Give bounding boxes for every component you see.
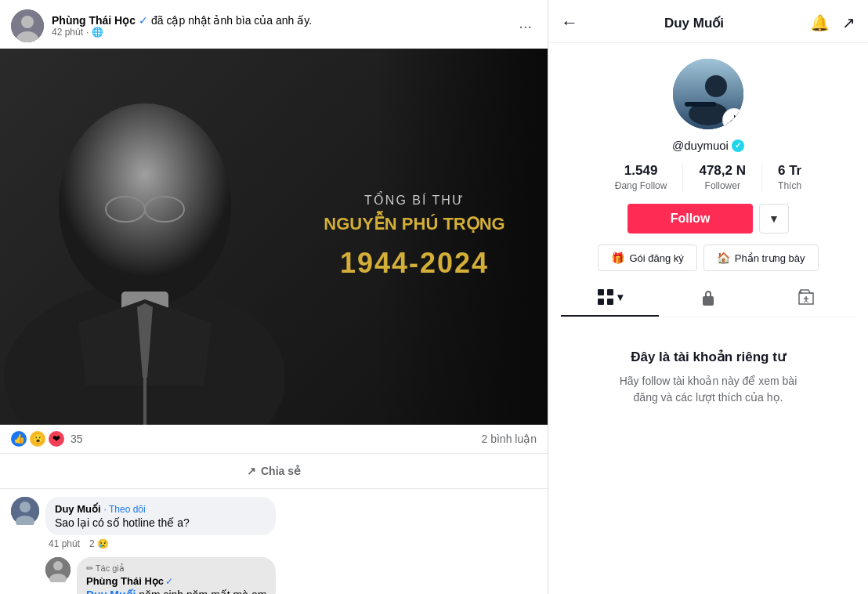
more-options-button[interactable]: ··· [514,13,537,40]
post-image-inner: TỔNG BÍ THƯ NGUYỄN PHÚ TRỌNG 1944-2024 [0,49,548,425]
svg-rect-22 [598,289,604,295]
reactions-bar: 👍 😮 ❤ 35 2 bình luận [0,425,548,454]
follower-stat[interactable]: 478,2 N Follower [683,163,762,191]
post-author-name[interactable]: Phùng Thái Học ✓ đã cập nhật ảnh bìa của… [52,14,312,27]
reply-bubble: ✏ Tác giả Phùng Thái Học ✓ Duy Muối năm … [77,557,276,594]
post-header-left: Phùng Thái Học ✓ đã cập nhật ảnh bìa của… [11,9,312,42]
reaction-count: 35 [71,433,83,445]
tab-private[interactable] [659,279,757,317]
following-stat[interactable]: 1.549 Đang Follow [599,163,684,191]
notification-bell-icon[interactable]: 🔔 [810,13,830,32]
post-header: Phùng Thái Học ✓ đã cập nhật ảnh bìa của… [0,0,548,49]
svg-point-1 [21,16,34,28]
comments-section: Duy Muối · Theo dõi Sao lại có số hotlin… [0,489,548,594]
svg-rect-24 [598,299,604,305]
image-text-overlay: TỔNG BÍ THƯ NGUYỄN PHÚ TRỌNG 1944-2024 [305,193,524,280]
verified-badge: ✓ [732,139,744,152]
post-image: TỔNG BÍ THƯ NGUYỄN PHÚ TRỌNG 1944-2024 [0,49,548,425]
reply-author-line: Phùng Thái Học ✓ [86,575,266,587]
tiktok-logo-badge [723,109,743,129]
share-button[interactable]: ↗ Chia sẻ [3,458,544,484]
share-icon[interactable]: ↗ [842,13,855,32]
reactions-left: 👍 😮 ❤ 35 [11,431,83,447]
like-reaction: 👍 [11,431,27,447]
facebook-panel: Phùng Thái Học ✓ đã cập nhật ảnh bìa của… [0,0,548,594]
comment-content: Duy Muối · Theo dõi Sao lại có số hotlin… [45,497,276,594]
tab-grid[interactable]: ▾ [561,279,659,317]
overlay-subtitle: TỔNG BÍ THƯ [305,193,524,208]
reply-tag: ✏ Tác giả [86,563,266,574]
svg-rect-25 [607,299,613,305]
svg-rect-8 [143,362,146,425]
tiktok-avatar [673,59,743,129]
gift-icon: 🎁 [611,252,624,264]
overlay-name: NGUYỄN PHÚ TRỌNG [305,214,524,234]
subscription-button[interactable]: 🎁 Gói đăng ký [598,244,696,271]
wow-reaction: 😮 [30,431,45,447]
svg-point-16 [53,561,63,570]
overlay-years: 1944-2024 [305,248,524,281]
tiktok-header: ← Duy Muối 🔔 ↗ [548,0,868,43]
tiktok-action-row: 🎁 Gói đăng ký 🏠 Phần trưng bày [561,244,855,271]
comment-meta: 41 phút 2 😢 [45,538,276,549]
tiktok-stats: 1.549 Đang Follow 478,2 N Follower 6 Tr … [561,163,855,191]
post-meta: Phùng Thái Học ✓ đã cập nhật ảnh bìa của… [52,14,312,38]
svg-point-13 [20,502,31,513]
tiktok-profile: @duymuoi ✓ 1.549 Đang Follow 478,2 N Fol… [548,43,868,447]
showcase-button[interactable]: 🏠 Phần trưng bày [703,244,819,271]
follow-button[interactable]: Follow [627,204,753,234]
private-account-title: Đây là tài khoản riêng tư [631,349,786,365]
likes-stat[interactable]: 6 Tr Thích [762,163,817,191]
post-time: 42 phút · 🌐 [52,27,312,38]
tab-liked[interactable] [758,279,855,317]
comment-bubble: Duy Muối · Theo dõi Sao lại có số hotlin… [45,497,276,535]
comment-count[interactable]: 2 bình luận [482,433,537,445]
tiktok-panel: ← Duy Muối 🔔 ↗ [548,0,868,594]
comment-text: Sao lại có số hotline thế a? [55,516,266,529]
comment-header: Duy Muối · Theo dõi [55,503,266,515]
figure-area [0,49,284,425]
showcase-icon: 🏠 [717,252,730,264]
svg-rect-21 [685,102,716,107]
tiktok-tab-row: ▾ [561,279,855,317]
comment-item: Duy Muối · Theo dõi Sao lại có số hotlin… [11,497,537,594]
svg-point-4 [59,103,231,307]
tiktok-header-icons: 🔔 ↗ [810,13,855,32]
tiktok-username: @duymuoi ✓ [672,139,744,152]
reply-text: Duy Muối năm sinh năm mất mà em [86,589,266,594]
back-button[interactable]: ← [561,13,578,33]
post-author-avatar [11,9,44,42]
private-account-desc: Hãy follow tài khoản này để xem bài đăng… [606,373,810,406]
follow-button-row: Follow ▼ [561,204,855,234]
tiktok-profile-title: Duy Muối [664,15,724,31]
svg-rect-23 [607,289,613,295]
svg-rect-26 [703,296,714,306]
reply-avatar [45,557,71,582]
action-buttons-row: ↗ Chia sẻ [0,454,548,489]
reply-content: ✏ Tác giả Phùng Thái Học ✓ Duy Muối năm … [77,557,276,594]
private-account-notice: Đây là tài khoản riêng tư Hãy follow tài… [583,317,834,437]
love-reaction: ❤ [49,431,64,447]
reply-item: ✏ Tác giả Phùng Thái Học ✓ Duy Muối năm … [45,557,276,594]
svg-point-19 [705,75,727,97]
comment-avatar [11,497,39,525]
follow-dropdown-button[interactable]: ▼ [759,204,789,234]
